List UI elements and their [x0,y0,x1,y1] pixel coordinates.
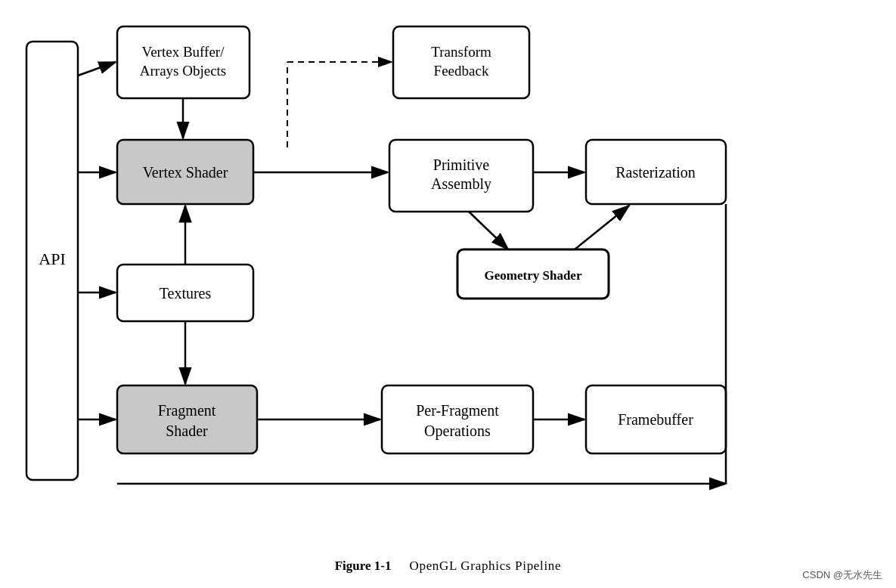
svg-text:Textures: Textures [160,285,212,302]
svg-text:Transform: Transform [431,44,491,60]
svg-text:Rasterization: Rasterization [615,164,696,181]
svg-text:Geometry Shader: Geometry Shader [485,268,582,283]
svg-line-40 [469,212,508,249]
svg-text:Assembly: Assembly [431,175,491,193]
svg-text:Fragment: Fragment [158,402,216,419]
svg-text:Arrays Objects: Arrays Objects [140,63,227,79]
svg-rect-21 [117,385,257,453]
svg-line-29 [78,62,116,76]
caption-area: Figure 1-1 OpenGL Graphics Pipeline [0,544,896,588]
svg-text:Vertex Shader: Vertex Shader [143,164,228,181]
watermark: CSDN @无水先生 [802,568,882,582]
diagram-container: API Vertex Buffer/ Arrays Objects Transf… [0,0,896,544]
svg-text:Primitive: Primitive [433,156,490,173]
svg-text:Shader: Shader [166,422,208,439]
svg-text:Per-Fragment: Per-Fragment [416,402,499,419]
figure-label: Figure 1-1 [335,559,392,574]
svg-text:Framebuffer: Framebuffer [618,411,693,428]
svg-line-41 [575,206,629,249]
svg-text:API: API [39,249,65,268]
pipeline-diagram: API Vertex Buffer/ Arrays Objects Transf… [0,0,896,544]
svg-text:Feedback: Feedback [434,63,489,79]
figure-text: OpenGL Graphics Pipeline [410,559,562,574]
svg-rect-24 [382,385,533,453]
svg-text:Operations: Operations [424,422,491,440]
svg-text:Vertex Buffer/: Vertex Buffer/ [142,44,225,60]
